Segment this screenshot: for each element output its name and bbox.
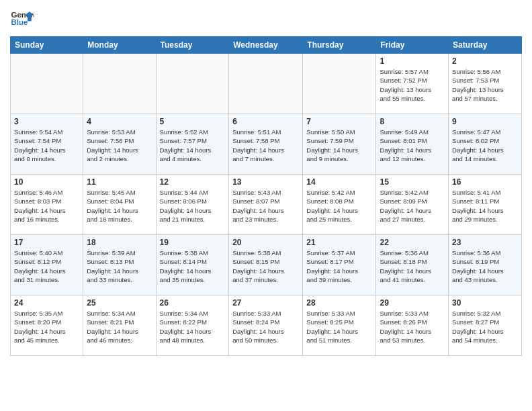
day-info: Sunrise: 5:52 AM Sunset: 7:57 PM Dayligh… [160, 128, 226, 163]
calendar-cell: 28Sunrise: 5:33 AM Sunset: 8:25 PM Dayli… [303, 295, 376, 356]
day-info: Sunrise: 5:33 AM Sunset: 8:24 PM Dayligh… [232, 309, 299, 345]
weekday-header: Wednesday [229, 37, 303, 54]
day-number: 23 [452, 238, 518, 247]
day-number: 12 [160, 177, 226, 187]
day-info: Sunrise: 5:39 AM Sunset: 8:13 PM Dayligh… [87, 248, 152, 284]
weekday-header: Tuesday [156, 37, 229, 54]
weekday-header-row: SundayMondayTuesdayWednesdayThursdayFrid… [11, 37, 522, 54]
day-number: 30 [452, 298, 518, 308]
day-number: 6 [232, 117, 299, 126]
calendar-cell [83, 54, 156, 114]
day-info: Sunrise: 5:51 AM Sunset: 7:58 PM Dayligh… [232, 128, 299, 163]
day-number: 16 [452, 177, 518, 187]
day-number: 18 [87, 238, 152, 247]
day-number: 1 [380, 56, 445, 66]
day-info: Sunrise: 5:42 AM Sunset: 8:09 PM Dayligh… [380, 188, 445, 224]
day-info: Sunrise: 5:33 AM Sunset: 8:26 PM Dayligh… [380, 309, 445, 345]
day-info: Sunrise: 5:37 AM Sunset: 8:17 PM Dayligh… [306, 248, 372, 284]
calendar-cell: 29Sunrise: 5:33 AM Sunset: 8:26 PM Dayli… [376, 295, 449, 356]
day-info: Sunrise: 5:33 AM Sunset: 8:25 PM Dayligh… [306, 309, 372, 345]
calendar-cell: 3Sunrise: 5:54 AM Sunset: 7:54 PM Daylig… [11, 114, 83, 175]
day-number: 24 [14, 298, 79, 308]
weekday-header: Saturday [449, 37, 522, 54]
calendar: SundayMondayTuesdayWednesdayThursdayFrid… [10, 36, 522, 356]
calendar-cell [156, 54, 229, 114]
calendar-cell: 10Sunrise: 5:46 AM Sunset: 8:03 PM Dayli… [11, 175, 83, 235]
day-info: Sunrise: 5:41 AM Sunset: 8:11 PM Dayligh… [452, 188, 518, 224]
calendar-week-row: 24Sunrise: 5:35 AM Sunset: 8:20 PM Dayli… [11, 295, 522, 356]
day-info: Sunrise: 5:38 AM Sunset: 8:14 PM Dayligh… [160, 248, 226, 284]
day-info: Sunrise: 5:38 AM Sunset: 8:15 PM Dayligh… [232, 248, 299, 284]
calendar-cell: 25Sunrise: 5:34 AM Sunset: 8:21 PM Dayli… [83, 295, 156, 356]
calendar-week-row: 3Sunrise: 5:54 AM Sunset: 7:54 PM Daylig… [11, 114, 522, 175]
day-number: 13 [232, 177, 299, 187]
day-info: Sunrise: 5:45 AM Sunset: 8:04 PM Dayligh… [87, 188, 152, 224]
calendar-cell: 15Sunrise: 5:42 AM Sunset: 8:09 PM Dayli… [376, 175, 449, 235]
calendar-week-row: 17Sunrise: 5:40 AM Sunset: 8:12 PM Dayli… [11, 235, 522, 295]
day-info: Sunrise: 5:46 AM Sunset: 8:03 PM Dayligh… [14, 188, 79, 224]
logo: General Blue [10, 7, 34, 31]
calendar-cell: 13Sunrise: 5:43 AM Sunset: 8:07 PM Dayli… [229, 175, 303, 235]
day-info: Sunrise: 5:53 AM Sunset: 7:56 PM Dayligh… [87, 128, 152, 163]
calendar-cell: 18Sunrise: 5:39 AM Sunset: 8:13 PM Dayli… [83, 235, 156, 295]
page: General Blue SundayMondayTuesdayWednesda… [0, 0, 532, 366]
weekday-header: Friday [376, 37, 449, 54]
day-number: 7 [306, 117, 372, 126]
header: General Blue [10, 7, 522, 31]
calendar-cell: 14Sunrise: 5:42 AM Sunset: 8:08 PM Dayli… [303, 175, 376, 235]
day-number: 29 [380, 298, 445, 308]
calendar-cell: 23Sunrise: 5:36 AM Sunset: 8:19 PM Dayli… [449, 235, 522, 295]
calendar-cell: 5Sunrise: 5:52 AM Sunset: 7:57 PM Daylig… [156, 114, 229, 175]
day-number: 10 [14, 177, 79, 187]
day-info: Sunrise: 5:54 AM Sunset: 7:54 PM Dayligh… [14, 128, 79, 163]
day-number: 17 [14, 238, 79, 247]
calendar-cell: 9Sunrise: 5:47 AM Sunset: 8:02 PM Daylig… [449, 114, 522, 175]
calendar-week-row: 1Sunrise: 5:57 AM Sunset: 7:52 PM Daylig… [11, 54, 522, 114]
weekday-header: Monday [83, 37, 156, 54]
day-info: Sunrise: 5:50 AM Sunset: 7:59 PM Dayligh… [306, 128, 372, 163]
day-number: 21 [306, 238, 372, 247]
calendar-cell: 24Sunrise: 5:35 AM Sunset: 8:20 PM Dayli… [11, 295, 83, 356]
calendar-cell [229, 54, 303, 114]
calendar-cell: 21Sunrise: 5:37 AM Sunset: 8:17 PM Dayli… [303, 235, 376, 295]
calendar-cell: 17Sunrise: 5:40 AM Sunset: 8:12 PM Dayli… [11, 235, 83, 295]
day-info: Sunrise: 5:47 AM Sunset: 8:02 PM Dayligh… [452, 128, 518, 163]
calendar-week-row: 10Sunrise: 5:46 AM Sunset: 8:03 PM Dayli… [11, 175, 522, 235]
day-number: 5 [160, 117, 226, 126]
day-info: Sunrise: 5:42 AM Sunset: 8:08 PM Dayligh… [306, 188, 372, 224]
day-info: Sunrise: 5:34 AM Sunset: 8:22 PM Dayligh… [160, 309, 226, 345]
day-number: 15 [380, 177, 445, 187]
day-number: 9 [452, 117, 518, 126]
calendar-cell: 19Sunrise: 5:38 AM Sunset: 8:14 PM Dayli… [156, 235, 229, 295]
calendar-cell: 16Sunrise: 5:41 AM Sunset: 8:11 PM Dayli… [449, 175, 522, 235]
day-number: 3 [14, 117, 79, 126]
day-number: 26 [160, 298, 226, 308]
calendar-cell: 11Sunrise: 5:45 AM Sunset: 8:04 PM Dayli… [83, 175, 156, 235]
day-info: Sunrise: 5:57 AM Sunset: 7:52 PM Dayligh… [380, 67, 445, 103]
calendar-cell: 20Sunrise: 5:38 AM Sunset: 8:15 PM Dayli… [229, 235, 303, 295]
calendar-cell: 6Sunrise: 5:51 AM Sunset: 7:58 PM Daylig… [229, 114, 303, 175]
weekday-header: Sunday [11, 37, 83, 54]
calendar-cell: 2Sunrise: 5:56 AM Sunset: 7:53 PM Daylig… [449, 54, 522, 114]
day-number: 25 [87, 298, 152, 308]
calendar-cell: 1Sunrise: 5:57 AM Sunset: 7:52 PM Daylig… [376, 54, 449, 114]
calendar-cell [303, 54, 376, 114]
day-number: 28 [306, 298, 372, 308]
day-info: Sunrise: 5:44 AM Sunset: 8:06 PM Dayligh… [160, 188, 226, 224]
calendar-cell: 22Sunrise: 5:36 AM Sunset: 8:18 PM Dayli… [376, 235, 449, 295]
day-info: Sunrise: 5:56 AM Sunset: 7:53 PM Dayligh… [452, 67, 518, 103]
day-number: 8 [380, 117, 445, 126]
logo-icon: General Blue [10, 7, 34, 31]
calendar-cell: 7Sunrise: 5:50 AM Sunset: 7:59 PM Daylig… [303, 114, 376, 175]
day-number: 14 [306, 177, 372, 187]
weekday-header: Thursday [303, 37, 376, 54]
day-info: Sunrise: 5:36 AM Sunset: 8:19 PM Dayligh… [452, 248, 518, 284]
day-info: Sunrise: 5:34 AM Sunset: 8:21 PM Dayligh… [87, 309, 152, 345]
calendar-cell: 8Sunrise: 5:49 AM Sunset: 8:01 PM Daylig… [376, 114, 449, 175]
day-number: 22 [380, 238, 445, 247]
day-info: Sunrise: 5:43 AM Sunset: 8:07 PM Dayligh… [232, 188, 299, 224]
day-number: 4 [87, 117, 152, 126]
day-info: Sunrise: 5:35 AM Sunset: 8:20 PM Dayligh… [14, 309, 79, 345]
svg-text:Blue: Blue [11, 18, 28, 26]
calendar-cell: 4Sunrise: 5:53 AM Sunset: 7:56 PM Daylig… [83, 114, 156, 175]
